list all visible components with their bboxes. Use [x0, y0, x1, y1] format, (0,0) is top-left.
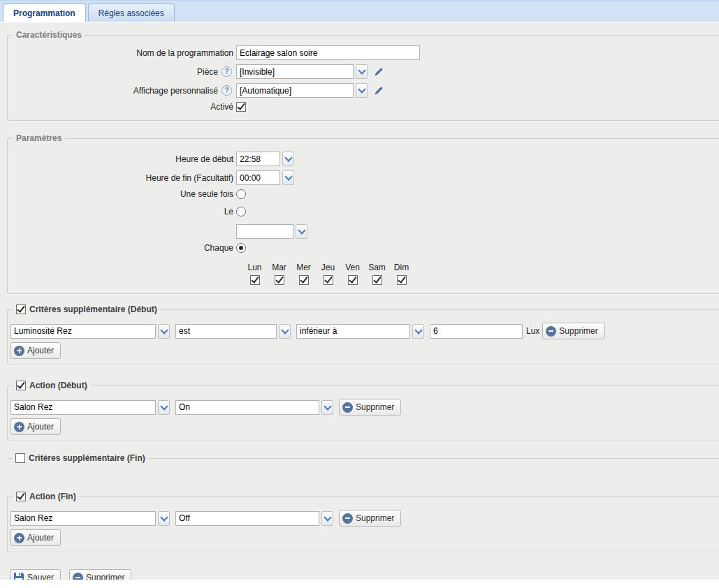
plus-circle-icon — [14, 346, 24, 356]
criteres-fin-enable-checkbox[interactable] — [15, 453, 25, 463]
le-radio[interactable] — [236, 207, 246, 216]
chevron-down-icon[interactable] — [158, 324, 170, 339]
chevron-down-icon[interactable] — [356, 64, 368, 79]
fieldset-caracteristiques: Caractéristiques Nom de la programmation… — [7, 30, 719, 121]
heure-fin-label: Heure de fin (Facultatif) — [10, 173, 236, 183]
heure-debut-combobox[interactable] — [236, 152, 294, 166]
active-checkbox[interactable] — [236, 102, 246, 112]
piece-label: Pièce — [10, 66, 236, 77]
action-fin-ajouter-button[interactable]: Ajouter — [10, 529, 61, 546]
fieldset-action-debut: Action (Début) Salon Rez On Supprimer — [7, 381, 719, 441]
action-command-value[interactable]: On — [175, 400, 319, 415]
chevron-down-icon[interactable] — [296, 224, 307, 239]
criteres-debut-enable-checkbox[interactable] — [16, 304, 26, 314]
programmation-name-input[interactable] — [236, 45, 420, 60]
action-supprimer-button[interactable]: Supprimer — [339, 399, 401, 416]
action-device-value[interactable]: Salon Rez — [10, 400, 156, 415]
minus-circle-icon — [342, 402, 353, 413]
minus-circle-icon — [342, 513, 353, 524]
tab-programmation[interactable]: Programmation — [3, 3, 86, 22]
criteria-operator-combobox[interactable]: est — [175, 324, 291, 339]
help-icon[interactable] — [221, 85, 232, 96]
criteria-row: Luminosité Rez est inférieur à Lux Suppr… — [10, 323, 719, 339]
weekday-dim-checkbox[interactable] — [397, 275, 407, 285]
date-input[interactable] — [236, 224, 293, 239]
action-debut-enable-checkbox[interactable] — [16, 381, 26, 390]
action-fin-device-value[interactable]: Salon Rez — [10, 511, 156, 526]
weekday-jeu-checkbox[interactable] — [324, 275, 333, 285]
tab-regles-associees[interactable]: Règles associées — [88, 3, 175, 22]
weekday-label: Dim — [394, 263, 409, 272]
criteria-unit-label: Lux — [526, 326, 539, 336]
chevron-down-icon[interactable] — [282, 170, 294, 185]
criteria-value-input[interactable] — [430, 324, 523, 339]
action-device-combobox[interactable]: Salon Rez — [10, 400, 170, 415]
affichage-combobox[interactable]: [Automatique] — [236, 83, 368, 98]
chevron-down-icon[interactable] — [282, 152, 294, 166]
heure-fin-input[interactable] — [236, 170, 280, 185]
edit-pencil-icon[interactable] — [373, 66, 384, 77]
weekday-mer: Mer — [293, 263, 314, 285]
weekday-mar-checkbox[interactable] — [275, 275, 284, 285]
chaque-radio[interactable] — [236, 243, 246, 253]
heure-debut-input[interactable] — [236, 152, 280, 166]
help-icon[interactable] — [221, 66, 232, 77]
action-fin-command-value[interactable]: Off — [175, 511, 319, 526]
plus-circle-icon — [14, 533, 24, 543]
weekday-lun-checkbox[interactable] — [250, 275, 260, 285]
weekday-sam: Sam — [367, 263, 387, 285]
chevron-down-icon[interactable] — [279, 324, 291, 339]
criteria-comparison-combobox[interactable]: inférieur à — [296, 324, 424, 339]
main-content: Caractéristiques Nom de la programmation… — [0, 22, 719, 580]
fieldset-action-fin: Action (Fin) Salon Rez Off Supprimer — [7, 492, 719, 552]
heure-fin-combobox[interactable] — [236, 170, 294, 185]
action-fin-device-combobox[interactable]: Salon Rez — [10, 511, 170, 526]
criteria-operator-value[interactable]: est — [175, 324, 277, 339]
weekday-label: Jeu — [321, 263, 335, 272]
affichage-value[interactable]: [Automatique] — [236, 83, 354, 98]
criteria-ajouter-button[interactable]: Ajouter — [10, 342, 61, 359]
floppy-disk-icon — [13, 572, 24, 580]
plus-circle-icon — [14, 422, 24, 432]
chevron-down-icon[interactable] — [412, 324, 424, 339]
active-label: Activé — [10, 102, 236, 112]
fieldset-action-fin-legend: Action (Fin) — [13, 492, 79, 501]
action-row: Salon Rez Off Supprimer — [10, 510, 719, 527]
le-label: Le — [10, 207, 236, 216]
criteria-comparison-value[interactable]: inférieur à — [296, 324, 410, 339]
minus-circle-icon — [73, 573, 83, 580]
edit-pencil-icon[interactable] — [373, 85, 384, 96]
weekday-label: Lun — [247, 263, 261, 272]
action-row: Salon Rez On Supprimer — [10, 399, 719, 416]
action-fin-supprimer-button[interactable]: Supprimer — [339, 510, 401, 527]
action-ajouter-button[interactable]: Ajouter — [10, 418, 61, 435]
criteria-supprimer-button[interactable]: Supprimer — [542, 323, 604, 339]
fieldset-criteres-fin-legend: Critères supplémentaire (Fin) — [13, 453, 148, 463]
chevron-down-icon[interactable] — [158, 511, 170, 526]
date-combobox[interactable] — [236, 224, 307, 239]
piece-value[interactable]: [Invisible] — [236, 64, 354, 79]
piece-combobox[interactable]: [Invisible] — [236, 64, 368, 79]
tab-regles-associees-label: Règles associées — [99, 8, 164, 18]
une-seule-fois-radio[interactable] — [236, 189, 246, 199]
chevron-down-icon[interactable] — [356, 83, 368, 98]
weekday-sam-checkbox[interactable] — [372, 275, 382, 285]
criteria-device-value[interactable]: Luminosité Rez — [10, 324, 156, 339]
weekday-group: Lun Mar Mer Jeu Ven — [245, 263, 719, 285]
chevron-down-icon[interactable] — [158, 400, 170, 415]
action-command-combobox[interactable]: On — [175, 400, 333, 415]
weekday-mer-checkbox[interactable] — [299, 275, 309, 285]
fieldset-parametres: Paramètres Heure de début Heure de fin (… — [7, 133, 719, 294]
fieldset-criteres-debut: Critères supplémentaire (Début) Luminosi… — [7, 304, 719, 365]
chevron-down-icon[interactable] — [321, 400, 333, 415]
action-fin-command-combobox[interactable]: Off — [175, 511, 333, 526]
chevron-down-icon[interactable] — [321, 511, 333, 526]
weekday-label: Ven — [345, 263, 360, 272]
weekday-ven-checkbox[interactable] — [348, 275, 358, 285]
action-fin-enable-checkbox[interactable] — [16, 492, 26, 501]
weekday-ven: Ven — [342, 263, 363, 285]
footer-toolbar: Sauver Supprimer — [10, 569, 719, 580]
supprimer-button[interactable]: Supprimer — [69, 569, 131, 580]
sauver-button[interactable]: Sauver — [10, 569, 61, 580]
criteria-device-combobox[interactable]: Luminosité Rez — [10, 324, 170, 339]
